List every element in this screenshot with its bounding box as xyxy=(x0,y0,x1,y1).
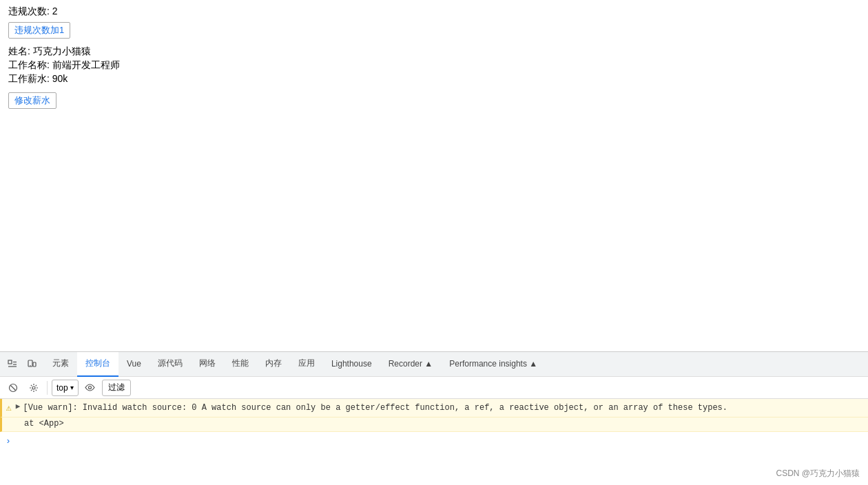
devtools-icon-group xyxy=(3,355,41,374)
filter-label: 过滤 xyxy=(108,382,125,393)
tab-sources[interactable]: 源代码 xyxy=(149,352,191,377)
devtools-panel: 元素控制台Vue源代码网络性能内存应用LighthouseRecorder ▲P… xyxy=(0,351,868,475)
console-warn-line: ⚠ ▶ [Vue warn]: Invalid watch source: 0 … xyxy=(0,399,868,417)
tab-application[interactable]: 应用 xyxy=(290,352,323,377)
watermark: CSDN @巧克力小猫猿 xyxy=(776,468,860,479)
inspect-element-icon[interactable] xyxy=(3,355,22,374)
console-prompt-line[interactable]: › xyxy=(0,432,868,451)
tab-performance-insights[interactable]: Performance insights ▲ xyxy=(441,352,546,377)
svg-rect-0 xyxy=(8,360,12,364)
tab-vue[interactable]: Vue xyxy=(118,352,149,377)
eye-icon[interactable] xyxy=(81,379,99,397)
svg-point-10 xyxy=(89,386,92,389)
tabs-list: 元素控制台Vue源代码网络性能内存应用LighthouseRecorder ▲P… xyxy=(44,352,546,377)
toolbar-divider xyxy=(47,381,48,395)
violation-increment-button[interactable]: 违规次数加1 xyxy=(8,22,70,39)
violation-count-label: 违规次数: 2 xyxy=(8,6,860,18)
devtools-tab-bar: 元素控制台Vue源代码网络性能内存应用LighthouseRecorder ▲P… xyxy=(0,352,868,377)
prompt-arrow-icon: › xyxy=(6,436,11,446)
main-content: 违规次数: 2 违规次数加1 姓名: 巧克力小猫猿 工作名称: 前端开发工程师 … xyxy=(0,0,868,351)
svg-line-8 xyxy=(11,385,16,390)
svg-rect-5 xyxy=(33,362,36,367)
svg-point-9 xyxy=(32,386,35,389)
context-dropdown[interactable]: top ▾ xyxy=(52,380,79,396)
tab-memory[interactable]: 内存 xyxy=(257,352,290,377)
warning-icon: ⚠ xyxy=(6,402,12,413)
device-toolbar-icon[interactable] xyxy=(22,355,41,374)
console-output: ⚠ ▶ [Vue warn]: Invalid watch source: 0 … xyxy=(0,399,868,475)
modify-salary-button[interactable]: 修改薪水 xyxy=(8,92,56,109)
clear-console-icon[interactable] xyxy=(4,379,22,397)
at-text: at <App> xyxy=(24,419,64,429)
chevron-down-icon: ▾ xyxy=(70,384,74,391)
tab-network[interactable]: 网络 xyxy=(191,352,224,377)
job-label: 工作名称: 前端开发工程师 xyxy=(8,59,860,72)
settings-icon[interactable] xyxy=(25,379,43,397)
filter-button[interactable]: 过滤 xyxy=(102,380,131,396)
console-at-line: at <App> xyxy=(0,417,868,432)
console-toolbar: top ▾ 过滤 xyxy=(0,377,868,399)
salary-label: 工作薪水: 90k xyxy=(8,73,860,85)
expand-arrow-icon[interactable]: ▶ xyxy=(16,402,21,411)
name-label: 姓名: 巧克力小猫猿 xyxy=(8,45,860,58)
tab-console[interactable]: 控制台 xyxy=(77,352,118,377)
top-label: top xyxy=(56,383,68,393)
tab-lighthouse[interactable]: Lighthouse xyxy=(323,352,380,377)
tab-performance[interactable]: 性能 xyxy=(224,352,257,377)
console-warn-text: [Vue warn]: Invalid watch source: 0 A wa… xyxy=(23,402,864,414)
tab-recorder[interactable]: Recorder ▲ xyxy=(380,352,442,377)
tab-elements[interactable]: 元素 xyxy=(44,352,77,377)
